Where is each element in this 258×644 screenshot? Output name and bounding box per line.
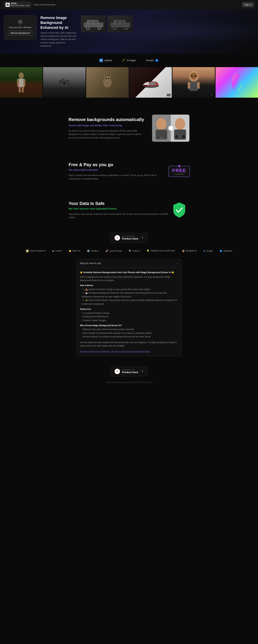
ph-text-top: FEATURED ON Product Hunt: [122, 236, 138, 240]
partner-google-label: Google: [206, 250, 213, 252]
partners-section: 🖼️ Interior Render AI ▶ Foundr ⭐ BEST AI…: [0, 246, 258, 259]
about-step-3: 3. ✨ Crisp & Clear Results: Enjoy photos…: [80, 298, 178, 306]
insidr-icon: 🔍: [129, 250, 132, 252]
ph-featured-label-top: FEATURED ON: [122, 236, 138, 237]
gallery-cat-inner: [86, 67, 129, 98]
theresanai-icon: 💡: [146, 250, 149, 252]
best-ai-icon: ⭐: [69, 250, 72, 252]
partner-interior-render-label: Interior Render AI: [30, 250, 46, 252]
safe-text: Your Data Is Safe We Can't Access Your U…: [69, 201, 169, 219]
partner-launchai-label: LaunchAI.app: [109, 250, 122, 252]
partner-stability: 🔷 stability.ai: [219, 250, 232, 252]
remove-bg-image: ⟺: [152, 114, 189, 142]
svg-point-50: [175, 118, 185, 130]
hero-info: Remove Image Background Enhanced by AI U…: [40, 16, 77, 48]
remove-bg-subtitle: Export HD Image and Better than remove.b…: [69, 124, 145, 127]
about-cta: Join the many who have transformed their…: [80, 341, 178, 348]
upload-box[interactable]: + Drop your file or Browser Remove Backg…: [4, 16, 36, 40]
gallery-person-inner: [0, 67, 43, 98]
steps-section: ✓ Upload 🪄 AI Magic Render 🔵: [0, 54, 258, 67]
safe-subtitle: We Can't Access Your Uploaded Photos: [69, 207, 169, 210]
ph-box-top[interactable]: P FEATURED ON Product Hunt ↑1: [110, 233, 148, 243]
ai-magic-icon: 🪄: [122, 59, 125, 62]
google-icon: G: [203, 250, 205, 252]
svg-point-28: [108, 78, 109, 79]
svg-point-29: [107, 79, 108, 80]
partner-interior-render: 🖼️ Interior Render AI: [26, 250, 46, 252]
partner-insidr: 🔍 Insidr.ai: [129, 250, 140, 252]
ph-arrow-bottom: ↑1: [140, 370, 143, 373]
about-perfect-for-list: E-commerce Product Listings Professional…: [80, 312, 178, 322]
ai-badge-shoe: AI: [167, 94, 170, 96]
svg-rect-5: [89, 20, 93, 23]
about-steps-list: 1. 📤 Upload Your Photo: Simply choose a …: [80, 288, 178, 306]
svg-rect-6: [94, 20, 98, 23]
about-intro: Want to highlight the main subject of yo…: [80, 275, 178, 282]
about-why-privacy: Privacy Assured: Your photos are process…: [80, 335, 178, 339]
about-perfect-graphic: Creative Graphic Designs: [80, 319, 178, 322]
gallery-shoe-inner: [129, 67, 172, 98]
about-link[interactable]: Navigating Privacy in the Digital Age: T…: [80, 350, 150, 352]
gallery-abstract-inner: [215, 67, 258, 98]
product-hunt-banner-top: P FEATURED ON Product Hunt ↑1: [0, 230, 258, 246]
about-toggle-icon[interactable]: −: [176, 262, 178, 265]
about-title: About & How to use: [80, 262, 101, 264]
gallery-face-inner: [172, 67, 215, 98]
render-label: Render: [146, 59, 154, 62]
partner-insidr-label: Insidr.ai: [133, 250, 140, 252]
logo-icon: [6, 3, 10, 7]
gallery-image-shoe: AI: [129, 67, 172, 98]
image-after: [171, 114, 189, 142]
car-silhouette-1: [81, 16, 106, 32]
safe-flex: Your Data Is Safe We Can't Access Your U…: [69, 201, 189, 219]
gallery-image-cat: [86, 67, 129, 98]
toolify-icon: ⚙️: [87, 250, 90, 252]
free-flex: Free & Pay as you go No subscription Nee…: [69, 162, 189, 180]
step-render: Render 🔵: [146, 59, 159, 62]
footer: © 2024 erase-background.com | Privacy Po…: [0, 380, 258, 385]
free-text: Free & Pay as you go No subscription Nee…: [69, 162, 169, 180]
navbar-left: ERASE- BACKGROUND .COM Game Assets Gener…: [4, 2, 56, 8]
remove-bg-flex: Remove backgrounds automatically Export …: [69, 114, 189, 142]
ph-box-bottom[interactable]: P FEATURED ON Product Hunt ↑1: [110, 366, 148, 376]
svg-point-21: [63, 82, 66, 84]
launchai-icon: 🚀: [105, 250, 108, 252]
about-header[interactable]: About & How to use −: [77, 259, 181, 268]
slider-handle[interactable]: ⟺: [168, 126, 173, 130]
upload-icon: +: [18, 19, 23, 24]
about-why-list: Efficient & Accurate: Achieve stunning r…: [80, 328, 178, 339]
svg-rect-17: [19, 86, 21, 92]
svg-rect-38: [197, 82, 200, 89]
free-badge-subtext: no subscription: [172, 173, 186, 175]
hero-section: + Drop your file or Browser Remove Backg…: [0, 10, 258, 54]
svg-rect-37: [188, 82, 190, 89]
remove-bg-text: Remove backgrounds automatically Export …: [69, 117, 145, 140]
partner-theresanai-label: THERE'S AN AI FOR THAT: [150, 250, 175, 252]
partner-toolify: ⚙️ Toolify.ai: [87, 250, 99, 252]
svg-rect-18: [22, 86, 24, 92]
stability-icon: 🔷: [219, 250, 222, 252]
free-badge-inner: FREE no subscription: [169, 166, 190, 177]
svg-marker-26: [108, 75, 111, 77]
logo-text: ERASE- BACKGROUND .COM: [11, 2, 30, 7]
svg-point-34: [194, 75, 196, 77]
free-desc: Enjoy a random free trial without needin…: [69, 174, 169, 180]
nav-game-assets[interactable]: Game Assets Generator: [34, 4, 56, 6]
svg-point-41: [156, 118, 166, 130]
gallery: AI AI: [0, 67, 258, 98]
render-icon: 🔵: [155, 59, 159, 62]
remove-background-button[interactable]: Remove Background: [8, 30, 33, 36]
hero-title: Remove Image Background Enhanced by AI: [40, 16, 77, 30]
free-badge: FREE no subscription: [169, 163, 189, 180]
logo[interactable]: ERASE- BACKGROUND .COM: [4, 2, 31, 8]
svg-point-52: [175, 134, 179, 139]
navbar: ERASE- BACKGROUND .COM Game Assets Gener…: [0, 0, 258, 10]
free-section: Free & Pay as you go No subscription Nee…: [65, 152, 193, 191]
sign-in-button[interactable]: Sign In: [242, 2, 254, 7]
partner-foundr-label: Foundr: [55, 250, 62, 252]
about-why-friendly: User-Friendly: No technical skills requi…: [80, 332, 178, 335]
spacer-1: [0, 98, 258, 104]
svg-rect-22: [62, 79, 64, 80]
partner-stability-label: stability.ai: [223, 250, 232, 252]
safe-section: Your Data Is Safe We Can't Access Your U…: [65, 191, 193, 230]
